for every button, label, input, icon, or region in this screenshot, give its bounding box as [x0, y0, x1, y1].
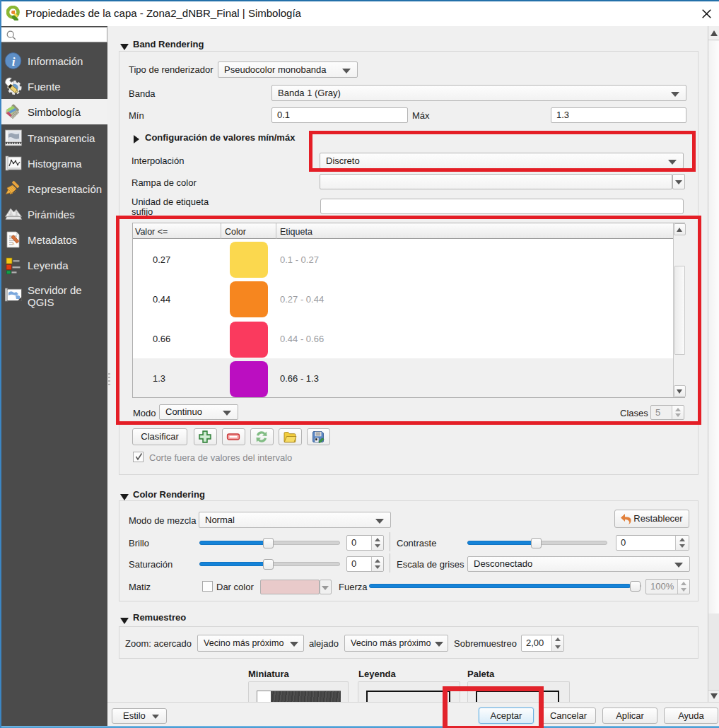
svg-text:i: i: [12, 55, 16, 69]
